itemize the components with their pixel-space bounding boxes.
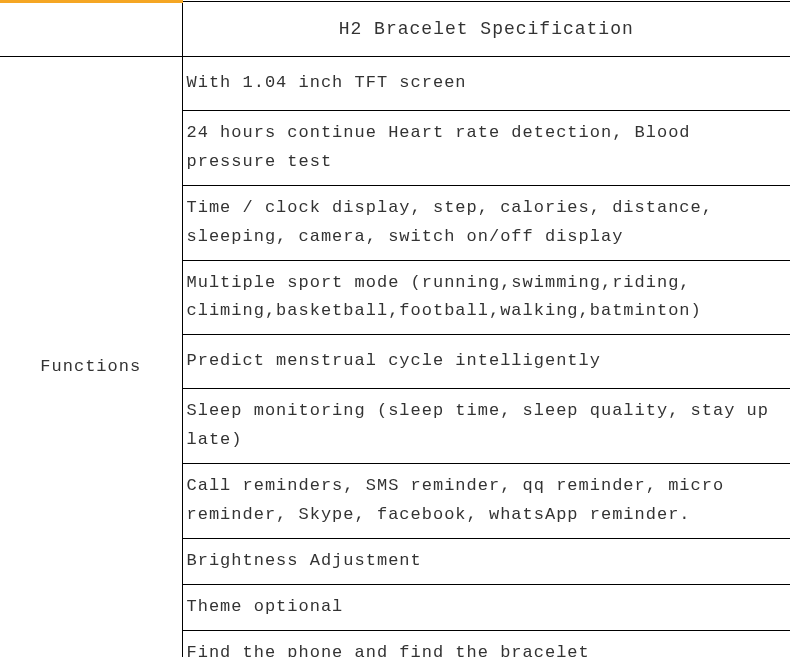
function-cell: Predict menstrual cycle intelligently [182,335,790,389]
function-cell: Sleep monitoring (sleep time, sleep qual… [182,389,790,464]
table-row: Functions With 1.04 inch TFT screen [0,57,790,111]
header-row: H2 Bracelet Specification [0,2,790,57]
spec-table: H2 Bracelet Specification Functions With… [0,0,790,657]
header-left-cell [0,2,182,57]
function-cell: Theme optional [182,584,790,630]
section-label: Functions [0,57,182,658]
function-cell: 24 hours continue Heart rate detection, … [182,111,790,186]
header-title: H2 Bracelet Specification [182,2,790,57]
function-cell: Time / clock display, step, calories, di… [182,185,790,260]
function-cell: Brightness Adjustment [182,538,790,584]
function-cell: Multiple sport mode (running,swimming,ri… [182,260,790,335]
function-cell: Find the phone and find the bracelet [182,630,790,657]
function-cell: Call reminders, SMS reminder, qq reminde… [182,464,790,539]
function-cell: With 1.04 inch TFT screen [182,57,790,111]
